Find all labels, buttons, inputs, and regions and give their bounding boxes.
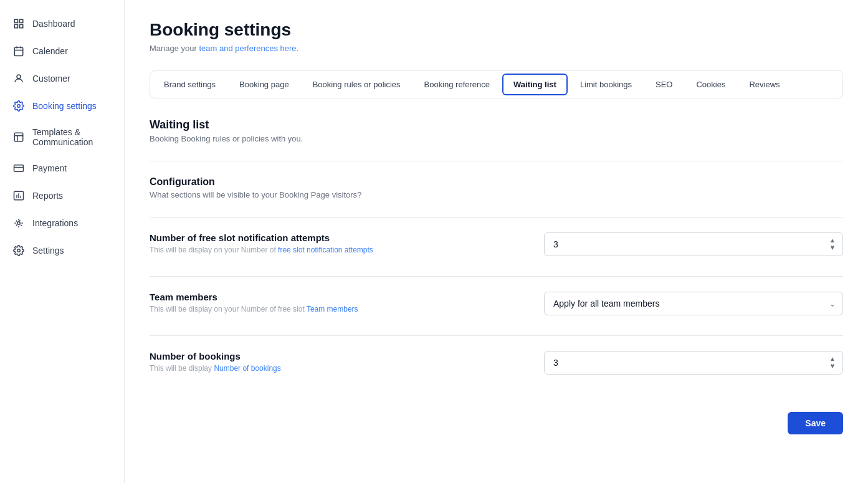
sidebar-label-booking-settings: Booking settings [32, 101, 97, 111]
free-slot-input[interactable] [544, 232, 843, 256]
page-title: Booking settings [150, 20, 843, 40]
tabs-bar: Brand settings Booking page Booking rule… [150, 70, 843, 98]
integrations-icon [12, 217, 25, 229]
svg-point-20 [17, 249, 21, 252]
free-slot-control: ▲ ▼ [544, 232, 843, 256]
tab-booking-rules[interactable]: Booking rules or policies [302, 74, 412, 95]
sidebar-label-dashboard: Dashboard [32, 19, 75, 29]
sidebar-item-settings[interactable]: Settings [0, 237, 124, 264]
team-hint-link: Team members [307, 305, 358, 313]
svg-rect-0 [14, 19, 17, 22]
form-row-bookings: Number of bookings This will be display … [150, 351, 843, 375]
svg-point-8 [17, 75, 21, 79]
form-row-team-members: Team members This will be display on you… [150, 292, 843, 315]
configuration-title: Configuration [150, 176, 843, 188]
free-slot-label: Number of free slot notification attempt… [150, 232, 519, 243]
sidebar: Dashboard Calender Customer Booking sett… [0, 0, 125, 483]
configuration-subtitle: What sections will be visible to your Bo… [150, 190, 843, 199]
sidebar-label-integrations: Integrations [32, 218, 78, 228]
tab-cookies[interactable]: Cookies [685, 74, 737, 95]
svg-point-9 [17, 105, 21, 108]
reports-icon [12, 189, 25, 202]
sidebar-label-settings: Settings [32, 246, 64, 256]
dashboard-icon [12, 17, 25, 30]
sidebar-item-booking-settings[interactable]: Booking settings [0, 92, 124, 120]
booking-settings-icon [12, 100, 25, 112]
sidebar-label-customer: Customer [32, 74, 70, 84]
sidebar-item-customer[interactable]: Customer [0, 65, 124, 92]
sidebar-item-payment[interactable]: Payment [0, 155, 124, 182]
svg-rect-10 [14, 133, 23, 141]
tab-limit-bookings[interactable]: Limit bookings [569, 74, 643, 95]
form-label-group-team: Team members This will be display on you… [150, 292, 519, 313]
tab-seo[interactable]: SEO [644, 74, 684, 95]
svg-point-19 [17, 222, 21, 225]
section-title: Waiting list [150, 118, 843, 132]
tab-brand-settings[interactable]: Brand settings [153, 74, 227, 95]
divider-1 [150, 161, 843, 161]
bookings-label: Number of bookings [150, 351, 519, 361]
form-label-group-bookings: Number of bookings This will be display … [150, 351, 519, 373]
team-members-hint: This will be display on your Number of f… [150, 305, 519, 313]
tab-booking-page[interactable]: Booking page [228, 74, 300, 95]
sidebar-item-integrations[interactable]: Integrations [0, 209, 124, 237]
tab-reviews[interactable]: Reviews [738, 74, 791, 95]
free-slot-hint-link: free slot notification attempts [278, 246, 373, 254]
team-members-select[interactable]: Apply for all team members Select specif… [544, 292, 843, 315]
bookings-control: ▲ ▼ [544, 351, 843, 375]
tab-booking-reference[interactable]: Booking reference [413, 74, 502, 95]
free-slot-hint: This will be display on your Number of f… [150, 246, 519, 254]
team-members-control: Apply for all team members Select specif… [544, 292, 843, 315]
divider-4 [150, 335, 843, 336]
page-subtitle: Manage your team and perferences here. [150, 44, 843, 53]
sidebar-label-calender: Calender [32, 46, 68, 56]
team-members-label: Team members [150, 292, 519, 302]
settings-icon [12, 244, 25, 257]
divider-2 [150, 217, 843, 218]
sidebar-item-reports[interactable]: Reports [0, 182, 124, 209]
payment-icon [12, 162, 25, 175]
section-subtitle: Booking Booking rules or policies with y… [150, 134, 843, 143]
bookings-input-wrapper: ▲ ▼ [544, 351, 843, 375]
svg-rect-4 [14, 47, 23, 56]
sidebar-item-templates[interactable]: Templates & Communication [0, 120, 124, 155]
form-row-free-slot: Number of free slot notification attempt… [150, 232, 843, 256]
bookings-input[interactable] [544, 351, 843, 375]
tab-waiting-list[interactable]: Waiting list [502, 74, 568, 95]
team-members-select-wrapper: Apply for all team members Select specif… [544, 292, 843, 315]
save-button[interactable]: Save [788, 412, 843, 434]
divider-3 [150, 276, 843, 277]
sidebar-label-templates: Templates & Communication [32, 127, 112, 147]
templates-icon [12, 131, 25, 143]
customer-icon [12, 72, 25, 85]
sidebar-item-dashboard[interactable]: Dashboard [0, 10, 124, 37]
free-slot-select-wrapper: ▲ ▼ [544, 232, 843, 256]
sidebar-label-reports: Reports [32, 191, 63, 201]
calendar-icon [12, 45, 25, 57]
sidebar-item-calender[interactable]: Calender [0, 37, 124, 65]
form-label-group-free-slot: Number of free slot notification attempt… [150, 232, 519, 254]
svg-rect-2 [14, 25, 17, 28]
bookings-hint-link: Number of bookings [214, 364, 280, 373]
svg-rect-1 [20, 19, 23, 22]
main-content: Booking settings Manage your team and pe… [125, 0, 868, 483]
svg-rect-3 [20, 25, 23, 28]
bookings-hint: This will be display Number of bookings [150, 364, 519, 373]
subtitle-link[interactable]: team and perferences here. [199, 44, 299, 53]
svg-rect-13 [14, 165, 24, 172]
sidebar-label-payment: Payment [32, 163, 67, 173]
